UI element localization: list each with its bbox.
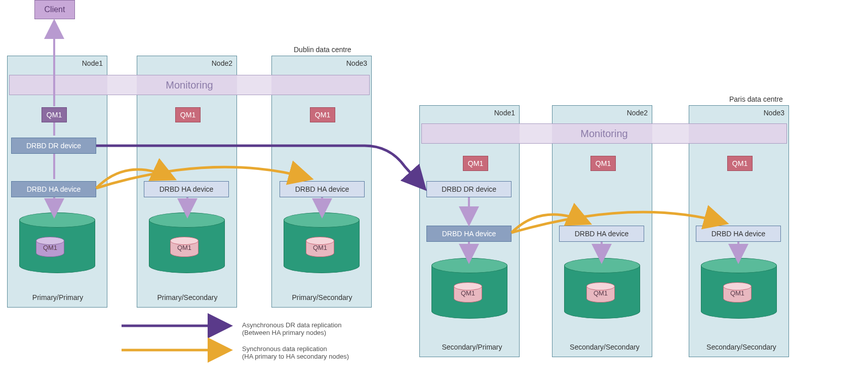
qm-badge: QM1 [42,107,67,122]
monitoring-gap [237,75,271,95]
node-label: Node2 [212,59,232,67]
qm-badge: QM1 [727,156,753,171]
role-label: Primary/Primary [27,293,88,301]
node-label: Node1 [82,59,103,67]
legend-async-line1: Asynchronous DR data replication [242,321,342,329]
role-label: Primary/Secondary [287,293,358,301]
drbd-ha-device: DRBD HA device [144,181,229,197]
disk-qm-cylinder: QM1 [586,282,615,303]
disk-qm-cylinder: QM1 [454,282,482,303]
monitoring-gap [652,124,689,143]
node-label: Node3 [346,59,367,67]
drbd-ha-device: DRBD HA device [696,226,781,242]
legend-sync-line1: Synchronous data replication [242,345,327,353]
drbd-dr-device: DRBD DR device [426,181,511,197]
legend-async-line2: (Between HA primary nodes) [242,329,326,336]
drbd-ha-device: DRBD HA device [280,181,365,197]
qm-badge: QM1 [463,156,488,171]
monitoring-gap [520,124,552,143]
disk-qm-cylinder: QM1 [306,237,334,257]
dublin-monitoring: Monitoring [9,75,370,95]
drbd-ha-device: DRBD HA device [11,181,96,197]
role-label: Secondary/Secondary [701,343,782,351]
node-label: Node1 [494,109,515,117]
role-label: Secondary/Secondary [564,343,645,351]
drbd-dr-device: DRBD DR device [11,138,96,154]
paris-monitoring: Monitoring [421,123,787,144]
monitoring-gap [107,75,137,95]
node-label: Node2 [627,109,648,117]
client-box: Client [34,0,75,19]
paris-dc-label: Paris data centre [729,95,783,103]
role-label: Secondary/Primary [437,343,507,351]
dublin-dc-label: Dublin data centre [294,46,351,54]
node-label: Node3 [764,109,784,117]
role-label: Primary/Secondary [152,293,223,301]
qm-badge: QM1 [175,107,201,122]
disk-qm-cylinder: QM1 [723,282,752,303]
drbd-ha-device: DRBD HA device [426,226,511,242]
legend-sync-line2: (HA primary to HA secondary nodes) [242,353,349,360]
qm-badge: QM1 [310,107,335,122]
qm-badge: QM1 [590,156,616,171]
disk-qm-cylinder: QM1 [36,237,64,257]
disk-qm-cylinder: QM1 [170,237,199,257]
drbd-ha-device: DRBD HA device [559,226,644,242]
